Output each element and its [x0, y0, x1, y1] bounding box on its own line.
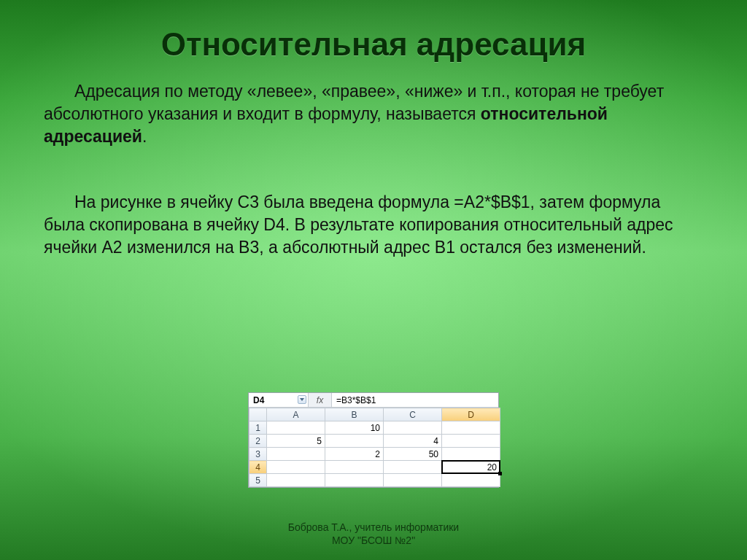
formula-input: =B3*$B$1 [332, 393, 498, 407]
grid-table: A B C D 1 10 2 5 4 3 2 50 4 [249, 408, 500, 487]
col-header-b: B [325, 408, 384, 421]
col-header-c: C [384, 408, 442, 421]
cell-c5 [384, 474, 442, 487]
row-header-1: 1 [249, 421, 267, 435]
table-row: 2 5 4 [249, 435, 500, 448]
para1-text-2: . [142, 127, 147, 146]
cell-d4: 20 [442, 461, 500, 474]
cell-b4 [325, 461, 384, 474]
cell-b2 [325, 435, 384, 448]
paragraph-1: Адресация по методу «левее», «правее», «… [44, 80, 703, 148]
cell-c1 [384, 421, 442, 435]
spreadsheet-example: D4 fx =B3*$B$1 A B C D 1 10 2 5 4 3 [248, 392, 499, 488]
name-box-value: D4 [253, 395, 264, 405]
cell-d2 [442, 435, 500, 448]
cell-d3 [442, 448, 500, 461]
cell-c2: 4 [384, 435, 442, 448]
cell-d1 [442, 421, 500, 435]
formula-bar: D4 fx =B3*$B$1 [249, 393, 498, 408]
dropdown-icon [298, 395, 306, 404]
cell-b5 [325, 474, 384, 487]
footer-line-1: Боброва Т.А., учитель информатики [0, 521, 747, 534]
corner-cell [249, 408, 267, 421]
table-row: 5 [249, 474, 500, 487]
cell-a5 [267, 474, 325, 487]
table-row: 4 20 [249, 461, 500, 474]
footer-credit: Боброва Т.А., учитель информатики МОУ "Б… [0, 521, 747, 547]
cell-a1 [267, 421, 325, 435]
cell-c3: 50 [384, 448, 442, 461]
col-header-a: A [267, 408, 325, 421]
paragraph-2: На рисунке в ячейку С3 была введена форм… [44, 191, 703, 259]
col-header-d: D [442, 408, 500, 421]
cell-c4 [384, 461, 442, 474]
fx-icon: fx [309, 393, 332, 407]
para2-text: На рисунке в ячейку С3 была введена форм… [44, 192, 673, 257]
table-row: 3 2 50 [249, 448, 500, 461]
row-header-4: 4 [249, 461, 267, 474]
row-header-2: 2 [249, 435, 267, 448]
cell-d5 [442, 474, 500, 487]
name-box: D4 [249, 393, 309, 407]
cell-a3 [267, 448, 325, 461]
row-header-3: 3 [249, 448, 267, 461]
table-row: 1 10 [249, 421, 500, 435]
cell-b1: 10 [325, 421, 384, 435]
footer-line-2: МОУ "БСОШ №2" [0, 534, 747, 547]
cell-b3: 2 [325, 448, 384, 461]
row-header-5: 5 [249, 474, 267, 487]
slide-title: Относительная адресация [0, 26, 747, 63]
cell-a2: 5 [267, 435, 325, 448]
column-header-row: A B C D [249, 408, 500, 421]
cell-a4 [267, 461, 325, 474]
